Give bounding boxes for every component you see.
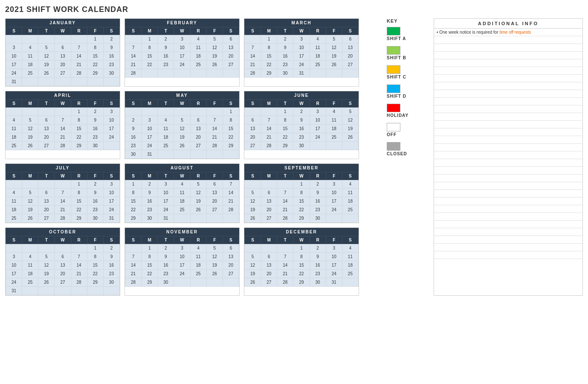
calendar-day: 17 xyxy=(174,52,190,61)
calendar-day xyxy=(22,287,38,295)
calendar-day: 6 xyxy=(245,116,261,125)
calendar-day xyxy=(38,244,55,253)
day-header: F xyxy=(326,27,342,35)
calendar-day: 7 xyxy=(245,44,261,52)
calendar-day: 12 xyxy=(206,44,223,52)
day-header: S xyxy=(6,236,22,244)
calendar-day: 8 xyxy=(223,116,239,125)
calendar-day: 27 xyxy=(38,214,55,223)
calendar-day: 21 xyxy=(223,197,239,206)
info-row xyxy=(434,144,582,151)
calendar-day: 16 xyxy=(310,197,326,206)
day-header: F xyxy=(326,100,342,108)
key-label: SHIFT C xyxy=(387,75,406,79)
calendar-day: 27 xyxy=(342,61,358,69)
calendar-day: 21 xyxy=(277,270,293,278)
calendar-day: 23 xyxy=(293,133,310,142)
key-item: HOLIDAY xyxy=(387,104,429,118)
key-item: SHIFT A xyxy=(387,27,429,41)
calendar-day: 27 xyxy=(55,278,71,287)
calendar-may: MAYSMTWRFS123456789101112131415161718192… xyxy=(125,91,240,159)
calendar-day xyxy=(174,278,190,287)
calendar-day: 15 xyxy=(261,52,277,61)
day-header: S xyxy=(245,27,261,35)
calendar-july: JULYSMTWRFS12345678910111213141516171819… xyxy=(5,163,120,223)
calendar-day: 1 xyxy=(125,180,142,189)
key-label: OFF xyxy=(387,132,397,137)
calendar-day: 27 xyxy=(38,142,55,150)
calendar-day: 25 xyxy=(310,61,326,69)
calendar-day: 13 xyxy=(342,44,358,52)
day-header: W xyxy=(55,27,71,35)
calendar-day: 1 xyxy=(293,180,310,189)
calendar-day: 6 xyxy=(38,116,55,125)
key-label: SHIFT D xyxy=(387,94,406,99)
calendar-day: 24 xyxy=(6,278,22,287)
calendar-day: 9 xyxy=(103,253,119,261)
calendar-day: 2 xyxy=(87,180,103,189)
day-header: S xyxy=(245,172,261,180)
calendar-day: 3 xyxy=(158,180,174,189)
calendar-day: 16 xyxy=(87,197,103,206)
calendar-day: 28 xyxy=(125,278,142,287)
calendar-day: 8 xyxy=(142,44,158,52)
calendar-day: 6 xyxy=(206,180,223,189)
calendar-day: 30 xyxy=(310,278,326,287)
calendar-day: 12 xyxy=(342,116,358,125)
calendar-day: 21 xyxy=(71,61,87,69)
calendar-day: 19 xyxy=(342,125,358,133)
day-header: W xyxy=(55,100,71,108)
calendar-day: 16 xyxy=(125,133,142,142)
day-header: F xyxy=(87,172,103,180)
calendar-day: 4 xyxy=(310,35,326,44)
calendar-day xyxy=(174,150,190,159)
key-item: SHIFT D xyxy=(387,84,429,99)
calendar-day: 14 xyxy=(277,261,293,270)
calendar-day: 13 xyxy=(223,44,239,52)
calendar-header: APRIL xyxy=(6,91,120,99)
calendar-day: 3 xyxy=(6,253,22,261)
day-header: R xyxy=(71,100,87,108)
info-rows-container: • One week notice is required for time o… xyxy=(434,29,582,259)
key-item: OFF xyxy=(387,123,429,137)
calendar-day: 17 xyxy=(103,197,119,206)
calendar-day: 1 xyxy=(87,35,103,44)
calendar-day: 24 xyxy=(103,133,119,142)
info-row xyxy=(434,121,582,128)
calendar-day: 11 xyxy=(190,44,206,52)
day-header: M xyxy=(22,27,38,35)
calendar-day xyxy=(174,214,190,223)
calendar-day: 5 xyxy=(206,244,223,253)
calendar-day: 26 xyxy=(342,133,358,142)
calendar-day xyxy=(55,108,71,116)
day-header: T xyxy=(277,27,293,35)
info-row xyxy=(434,136,582,144)
calendar-day: 12 xyxy=(174,125,190,133)
key-section: KEYSHIFT ASHIFT BSHIFT CSHIFT DHOLIDAYOF… xyxy=(387,18,429,296)
calendar-day: 19 xyxy=(38,270,55,278)
day-header: F xyxy=(87,27,103,35)
calendar-day xyxy=(71,35,87,44)
calendar-header: NOVEMBER xyxy=(125,228,239,236)
calendar-day: 9 xyxy=(310,189,326,197)
calendar-day: 20 xyxy=(55,61,71,69)
calendar-day: 15 xyxy=(277,125,293,133)
calendar-day: 16 xyxy=(87,125,103,133)
key-color-box xyxy=(387,84,400,93)
info-row: • One week notice is required for time o… xyxy=(434,29,582,36)
calendar-day: 7 xyxy=(261,116,277,125)
calendar-day: 9 xyxy=(87,189,103,197)
calendar-day: 24 xyxy=(174,61,190,69)
calendar-day xyxy=(190,150,206,159)
day-header: R xyxy=(190,172,206,180)
key-item: SHIFT B xyxy=(387,46,429,60)
calendar-day: 5 xyxy=(326,35,342,44)
calendar-header: OCTOBER xyxy=(6,228,120,236)
calendar-day xyxy=(142,108,158,116)
calendar-day: 30 xyxy=(142,214,158,223)
day-header: S xyxy=(223,236,239,244)
calendar-day: 31 xyxy=(6,78,22,86)
calendar-day xyxy=(206,214,223,223)
calendar-day: 14 xyxy=(277,197,293,206)
calendar-day xyxy=(206,150,223,159)
